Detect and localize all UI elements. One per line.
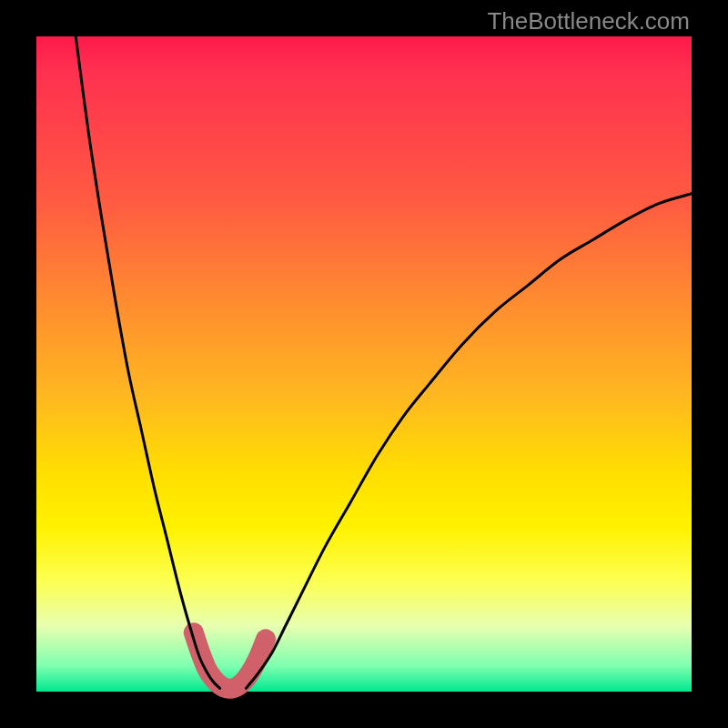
chart-container: TheBottleneck.com bbox=[0, 0, 728, 728]
highlight-band bbox=[194, 632, 266, 689]
left-curve bbox=[76, 36, 219, 688]
chart-svg bbox=[36, 36, 692, 692]
attribution-text: TheBottleneck.com bbox=[487, 7, 690, 35]
plot-area bbox=[36, 36, 692, 692]
right-curve bbox=[246, 194, 692, 689]
